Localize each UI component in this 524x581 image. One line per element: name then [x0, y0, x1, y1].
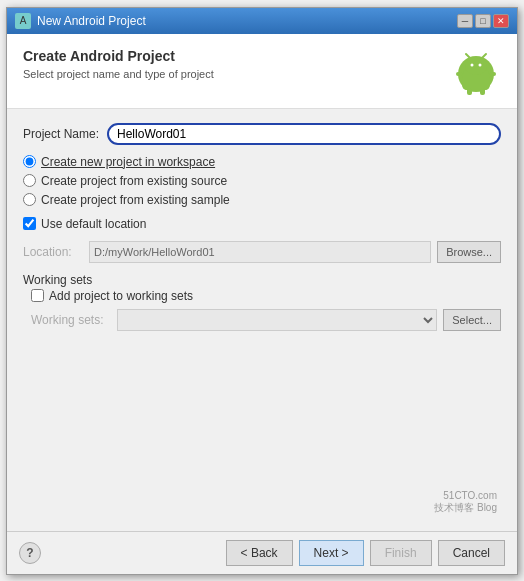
- title-bar-controls: ─ □ ✕: [457, 14, 509, 28]
- radio-group: Create new project in workspace Create p…: [23, 155, 501, 207]
- location-label: Location:: [23, 245, 83, 259]
- working-sets-section-label: Working sets: [23, 273, 501, 287]
- dialog-subtitle: Select project name and type of project: [23, 68, 214, 80]
- working-sets-row: Working sets: Select...: [31, 309, 501, 331]
- use-default-location-label[interactable]: Use default location: [41, 217, 146, 231]
- watermark-line1: 51CTO.com: [443, 490, 497, 501]
- svg-point-4: [471, 63, 474, 66]
- dialog-header: Create Android Project Select project na…: [7, 34, 517, 109]
- svg-line-6: [466, 54, 470, 58]
- svg-rect-9: [480, 88, 485, 95]
- svg-point-3: [465, 57, 487, 75]
- minimize-button[interactable]: ─: [457, 14, 473, 28]
- maximize-button[interactable]: □: [475, 14, 491, 28]
- title-bar-left: A New Android Project: [15, 13, 146, 29]
- watermark: 51CTO.com 技术博客 Blog: [23, 488, 501, 517]
- footer-right: < Back Next > Finish Cancel: [226, 540, 505, 566]
- close-button[interactable]: ✕: [493, 14, 509, 28]
- window-title: New Android Project: [37, 14, 146, 28]
- next-button[interactable]: Next >: [299, 540, 364, 566]
- svg-rect-10: [456, 72, 463, 76]
- browse-button[interactable]: Browse...: [437, 241, 501, 263]
- dialog-header-text: Create Android Project Select project na…: [23, 48, 214, 80]
- back-button[interactable]: < Back: [226, 540, 293, 566]
- location-input[interactable]: [89, 241, 431, 263]
- add-working-sets-label[interactable]: Add project to working sets: [49, 289, 193, 303]
- radio-existing-sample[interactable]: [23, 193, 36, 206]
- svg-rect-8: [467, 88, 472, 95]
- cancel-button[interactable]: Cancel: [438, 540, 505, 566]
- dialog-main-title: Create Android Project: [23, 48, 214, 64]
- use-default-location-checkbox[interactable]: [23, 217, 36, 230]
- svg-point-5: [479, 63, 482, 66]
- android-icon: A: [15, 13, 31, 29]
- project-name-row: Project Name:: [23, 123, 501, 145]
- working-sets-select[interactable]: [117, 309, 437, 331]
- dialog-body: Create Android Project Select project na…: [7, 34, 517, 531]
- radio-label-existing-source[interactable]: Create project from existing source: [41, 174, 227, 188]
- radio-row-3: Create project from existing sample: [23, 193, 501, 207]
- spacer: [23, 341, 501, 478]
- svg-line-7: [482, 54, 486, 58]
- working-sets-inner: Add project to working sets Working sets…: [31, 289, 501, 331]
- dialog-content: Project Name: Create new project in work…: [7, 109, 517, 531]
- watermark-line2: 技术博客 Blog: [434, 502, 497, 513]
- radio-row-1: Create new project in workspace: [23, 155, 501, 169]
- radio-label-existing-sample[interactable]: Create project from existing sample: [41, 193, 230, 207]
- radio-existing-source[interactable]: [23, 174, 36, 187]
- working-sets-select-button[interactable]: Select...: [443, 309, 501, 331]
- finish-button[interactable]: Finish: [370, 540, 432, 566]
- add-working-sets-checkbox[interactable]: [31, 289, 44, 302]
- android-logo: [451, 48, 501, 98]
- title-bar: A New Android Project ─ □ ✕: [7, 8, 517, 34]
- location-row: Location: Browse...: [23, 241, 501, 263]
- working-sets-section: Working sets Add project to working sets…: [23, 273, 501, 331]
- dialog-footer: ? < Back Next > Finish Cancel: [7, 531, 517, 574]
- svg-rect-11: [489, 72, 496, 76]
- radio-row-2: Create project from existing source: [23, 174, 501, 188]
- help-button[interactable]: ?: [19, 542, 41, 564]
- add-to-working-sets-row: Add project to working sets: [31, 289, 501, 303]
- working-sets-label: Working sets:: [31, 313, 111, 327]
- use-default-location-row: Use default location: [23, 217, 501, 231]
- radio-label-new-workspace[interactable]: Create new project in workspace: [41, 155, 215, 169]
- project-name-label: Project Name:: [23, 127, 99, 141]
- radio-new-workspace[interactable]: [23, 155, 36, 168]
- footer-left: ?: [19, 542, 41, 564]
- project-name-input[interactable]: [107, 123, 501, 145]
- dialog-window: A New Android Project ─ □ ✕ Create Andro…: [6, 7, 518, 575]
